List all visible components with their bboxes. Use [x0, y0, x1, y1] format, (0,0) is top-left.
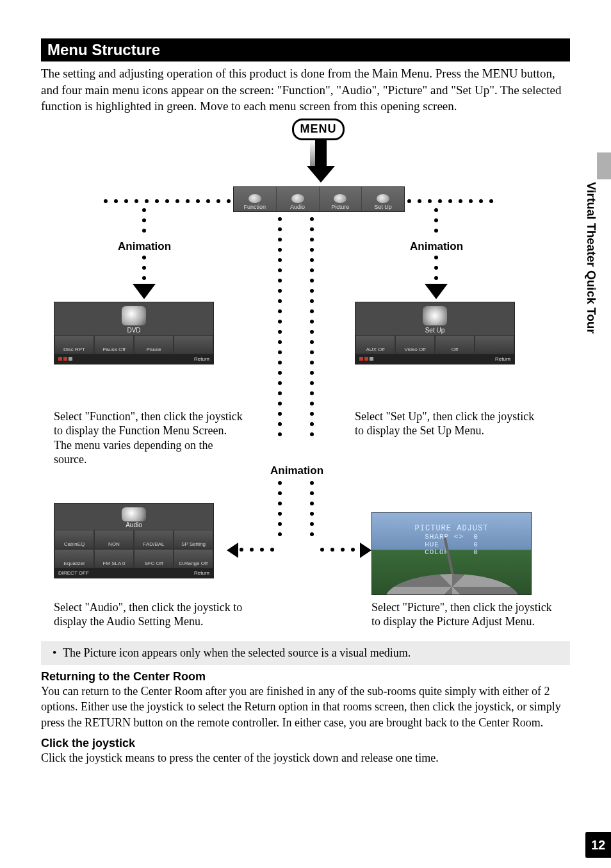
picture-adjust-screen: PICTURE ADJUST SHARP <> 0 HUE 0 COLOR 0 — [371, 512, 532, 595]
audio-tile[interactable]: D.Range Off — [174, 549, 213, 568]
indicator-dots — [359, 356, 375, 362]
picture-caption: Select "Picture", then click the joystic… — [371, 600, 557, 629]
return-button[interactable]: Return — [194, 356, 209, 362]
audio-icon — [291, 194, 304, 203]
tab-setup[interactable]: Set Up — [362, 187, 404, 211]
audio-tile[interactable]: SFC Off — [134, 549, 174, 568]
dots-col — [142, 208, 146, 233]
audio-tile[interactable]: Equalizer — [54, 549, 94, 568]
audio-tile[interactable]: CabinEQ — [54, 530, 94, 549]
setup-caption: Select "Set Up", then click the joystick… — [355, 409, 541, 438]
section-title: Menu Structure — [41, 38, 570, 61]
dots-col — [434, 256, 438, 280]
animation-label-left: Animation — [118, 240, 171, 253]
function-caption: Select "Function", then click the joysti… — [54, 409, 246, 467]
status-tile[interactable]: AUX Off — [355, 335, 395, 354]
return-button[interactable]: Return — [495, 356, 510, 362]
dots-row — [240, 548, 274, 552]
function-icon — [248, 194, 261, 203]
return-button[interactable]: Return — [194, 570, 209, 576]
tab-picture[interactable]: Picture — [320, 187, 363, 211]
arrow-down-icon — [425, 284, 448, 299]
dots-row — [407, 199, 493, 203]
dots-col — [142, 256, 146, 280]
screen-title: DVD — [54, 325, 213, 335]
tab-label: Function — [244, 204, 266, 210]
animation-label-center: Animation — [270, 464, 323, 477]
audio-tile[interactable]: FAD/BAL — [134, 530, 174, 549]
page-number: 12 — [585, 832, 611, 858]
picture-line[interactable]: COLOR 0 — [372, 548, 531, 556]
dots-col — [278, 217, 282, 436]
tab-label: Audio — [290, 204, 305, 210]
audio-tile[interactable]: FM SLA 0 — [94, 549, 134, 568]
returning-heading: Returning to the Center Room — [41, 670, 570, 684]
dvd-disc-icon — [122, 306, 146, 325]
picture-title: PICTURE ADJUST — [372, 512, 531, 533]
arrow-down-icon — [307, 166, 335, 183]
dots-row — [320, 548, 355, 552]
dots-col — [310, 481, 314, 536]
screen-title: Set Up — [355, 325, 514, 335]
tab-audio[interactable]: Audio — [277, 187, 320, 211]
picture-line[interactable]: HUE 0 — [372, 541, 531, 548]
audio-tile[interactable]: NON — [94, 530, 134, 549]
status-tile[interactable]: Video Off — [395, 335, 435, 354]
umbrella-icon — [385, 574, 519, 595]
picture-line[interactable]: SHARP <> 0 — [372, 533, 531, 541]
click-heading: Click the joystick — [41, 737, 570, 750]
audio-speaker-icon — [122, 507, 146, 521]
tab-function[interactable]: Function — [234, 187, 277, 211]
menu-button[interactable]: MENU — [292, 119, 345, 140]
arrow-left-icon — [227, 543, 238, 558]
animation-label-right: Animation — [410, 240, 463, 253]
setup-splash-icon — [423, 306, 447, 325]
setup-icon — [377, 194, 389, 203]
function-menu-screen: DVD Disc RPT Pause Off Pause Return — [54, 302, 214, 364]
audio-menu-screen: Audio CabinEQ NON FAD/BAL SP Setting Equ… — [54, 503, 214, 578]
direct-label: DIRECT OFF — [58, 570, 89, 576]
intro-paragraph: The setting and adjusting operation of t… — [41, 65, 570, 115]
audio-caption: Select "Audio", then click the joystick … — [54, 600, 246, 629]
page-content: Menu Structure The setting and adjusting… — [0, 0, 611, 766]
dots-col — [278, 481, 282, 536]
returning-body: You can return to the Center Room after … — [41, 684, 570, 730]
main-menu-bar: Function Audio Picture Set Up — [233, 186, 405, 212]
dots-row — [104, 199, 231, 203]
tab-label: Set Up — [374, 204, 392, 210]
status-tile[interactable]: Pause — [134, 335, 174, 354]
dots-col — [434, 208, 438, 233]
note-text: The Picture icon appears only when the s… — [63, 646, 411, 659]
arrow-down-icon — [133, 284, 156, 299]
screen-title: Audio — [54, 521, 213, 530]
note-box: •The Picture icon appears only when the … — [41, 641, 570, 665]
status-tile[interactable]: Pause Off — [94, 335, 134, 354]
status-tile — [174, 335, 213, 354]
menu-structure-diagram: MENU Function Audio Picture Set Up Anima… — [41, 119, 570, 637]
dots-col — [310, 217, 314, 436]
indicator-dots — [58, 356, 74, 362]
status-tile[interactable]: Disc RPT — [54, 335, 94, 354]
click-body: Click the joystick means to press the ce… — [41, 750, 570, 766]
setup-menu-screen: Set Up AUX Off Video Off Off Return — [355, 302, 515, 364]
status-tile[interactable]: Off — [435, 335, 475, 354]
audio-tile[interactable]: SP Setting — [174, 530, 213, 549]
status-tile — [475, 335, 514, 354]
tab-label: Picture — [331, 204, 349, 210]
picture-icon — [334, 194, 346, 203]
arrow-right-icon — [360, 543, 371, 558]
